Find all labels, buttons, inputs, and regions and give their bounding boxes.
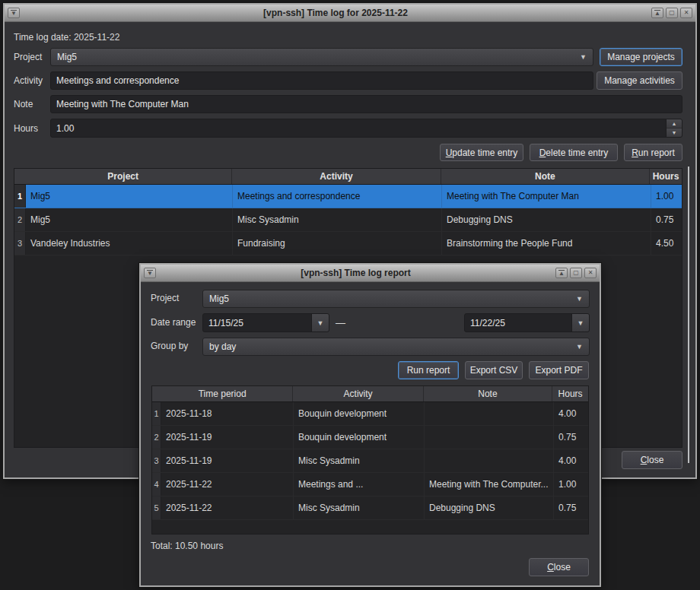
cell-time-period: 2025-11-18 — [161, 402, 294, 425]
group-by-combobox[interactable]: by day ▼ — [202, 338, 590, 356]
activity-label: Activity — [14, 75, 43, 86]
cell-note: Meeting with The Computer... — [425, 473, 554, 496]
cell-activity: Bouquin development — [294, 402, 425, 425]
shade-icon: ▲ — [558, 270, 565, 276]
row-number: 3 — [14, 232, 26, 255]
report-run-report-button[interactable]: Run report — [398, 361, 459, 379]
cell-hours: 4.50 — [651, 232, 682, 255]
close-window-button[interactable]: ✕ — [680, 8, 692, 18]
report-close-button[interactable]: Close — [529, 558, 589, 576]
activity-input[interactable]: Meetings and correspondence — [50, 71, 593, 90]
timelog-titlebar[interactable]: ▼ [vpn-ssh] Time log for 2025-11-22 ▲ ▢ … — [5, 5, 695, 22]
manage-activities-button[interactable]: Manage activities — [597, 71, 682, 90]
cell-activity: Fundraising — [233, 232, 442, 255]
export-csv-button[interactable]: Export CSV — [465, 361, 523, 379]
cell-hours: 4.00 — [554, 449, 589, 472]
table-row[interactable]: 1 Mig5 Meetings and correspondence Meeti… — [14, 185, 682, 208]
cell-note: Debugging DNS — [425, 496, 554, 519]
table-row[interactable]: 3 Vandeley Industries Fundraising Brains… — [14, 232, 682, 255]
chevron-down-icon: ▼ — [576, 343, 583, 351]
shade-button[interactable]: ▲ — [555, 268, 568, 278]
column-header-hours[interactable]: Hours — [650, 169, 682, 184]
cell-hours: 1.00 — [651, 185, 682, 208]
spin-down-icon: ▼ — [672, 130, 677, 135]
maximize-button[interactable]: ▢ — [666, 8, 678, 18]
cell-hours: 1.00 — [554, 473, 589, 496]
date-to-dropdown-button[interactable]: ▼ — [571, 314, 589, 331]
close-window-button[interactable]: ✕ — [584, 268, 597, 278]
column-header-note[interactable]: Note — [441, 169, 650, 184]
row-number: 3 — [152, 449, 161, 472]
column-header-note[interactable]: Note — [424, 386, 552, 401]
window-menu-button[interactable]: ▼ — [144, 268, 156, 278]
cell-note — [425, 426, 554, 449]
cell-hours: 4.00 — [554, 402, 589, 425]
spin-down-button[interactable]: ▼ — [667, 128, 682, 137]
chevron-down-icon: ▼ — [580, 53, 587, 61]
cell-activity: Misc Sysadmin — [294, 449, 425, 472]
table-row[interactable]: 5 2025-11-22 Misc Sysadmin Debugging DNS… — [152, 496, 588, 520]
group-by-value: by day — [209, 341, 236, 352]
note-input[interactable]: Meeting with The Computer Man — [50, 95, 682, 113]
update-time-entry-button[interactable]: Update time entry — [440, 144, 523, 161]
date-range-separator: — — [336, 317, 345, 328]
cell-time-period: 2025-11-22 — [161, 473, 294, 496]
cell-activity: Misc Sysadmin — [294, 496, 425, 519]
column-header-activity[interactable]: Activity — [232, 169, 441, 184]
export-pdf-button[interactable]: Export PDF — [529, 361, 589, 379]
window-menu-icon: ▼ — [11, 10, 17, 16]
cell-time-period: 2025-11-22 — [161, 496, 294, 519]
table-row[interactable]: 3 2025-11-19 Misc Sysadmin 4.00 — [152, 449, 588, 473]
hours-spinbox[interactable]: 1.00 ▲ ▼ — [50, 119, 682, 138]
total-hours-label: Total: 10.50 hours — [151, 541, 223, 551]
table-row[interactable]: 2 Mig5 Misc Sysadmin Debugging DNS 0.75 — [14, 208, 682, 232]
spin-up-button[interactable]: ▲ — [667, 119, 682, 128]
time-log-date-label: Time log date: 2025-11-22 — [14, 32, 119, 43]
table-header-row: Time period Activity Note Hours — [152, 386, 588, 402]
table-row[interactable]: 1 2025-11-18 Bouquin development 4.00 — [152, 402, 588, 426]
delete-time-entry-button[interactable]: Delete time entry — [530, 144, 618, 161]
date-from-dropdown-button[interactable]: ▼ — [311, 314, 329, 331]
column-header-time-period[interactable]: Time period — [152, 386, 293, 401]
date-range-label: Date range — [151, 317, 196, 328]
table-scrollbar[interactable] — [688, 167, 689, 463]
activity-input-value: Meetings and correspondence — [56, 75, 179, 86]
table-row[interactable]: 2 2025-11-19 Bouquin development 0.75 — [152, 426, 588, 449]
shade-button[interactable]: ▲ — [651, 8, 663, 18]
cell-note — [425, 402, 554, 425]
cell-time-period: 2025-11-19 — [161, 449, 294, 472]
date-from-field[interactable]: 11/15/25 ▼ — [202, 313, 329, 332]
column-header-hours[interactable]: Hours — [552, 386, 588, 401]
cell-note: Brainstorming the People Fund — [442, 232, 651, 255]
cell-hours: 0.75 — [554, 426, 589, 449]
hours-spinbox-value: 1.00 — [51, 119, 666, 137]
column-header-project[interactable]: Project — [14, 169, 232, 184]
manage-projects-button[interactable]: Manage projects — [600, 48, 682, 66]
cell-project: Mig5 — [26, 208, 233, 231]
cell-project: Mig5 — [26, 185, 233, 208]
window-menu-button[interactable]: ▼ — [8, 8, 20, 18]
close-button[interactable]: Close — [622, 451, 682, 469]
date-to-field[interactable]: 11/22/25 ▼ — [464, 313, 590, 332]
report-project-value: Mig5 — [209, 293, 229, 304]
run-report-button[interactable]: Run report — [624, 144, 682, 161]
cell-hours: 0.75 — [651, 208, 682, 231]
report-project-combobox[interactable]: Mig5 ▼ — [202, 290, 590, 308]
cell-hours: 0.75 — [554, 496, 589, 519]
cell-note: Debugging DNS — [442, 208, 651, 231]
report-project-label: Project — [151, 293, 179, 303]
maximize-button[interactable]: ▢ — [570, 268, 582, 278]
maximize-icon: ▢ — [573, 270, 579, 276]
cell-activity: Meetings and correspondence — [233, 185, 442, 208]
table-row[interactable]: 4 2025-11-22 Meetings and ... Meeting wi… — [152, 473, 588, 496]
cell-note: Meeting with The Computer Man — [442, 185, 651, 208]
column-header-activity[interactable]: Activity — [293, 386, 423, 401]
cell-time-period: 2025-11-19 — [161, 426, 294, 449]
project-combobox[interactable]: Mig5 ▼ — [50, 48, 593, 66]
cell-activity: Misc Sysadmin — [233, 208, 442, 231]
note-input-value: Meeting with The Computer Man — [56, 99, 189, 109]
cell-activity: Bouquin development — [294, 426, 425, 449]
report-titlebar[interactable]: ▼ [vpn-ssh] Time log report ▲ ▢ ✕ — [141, 265, 600, 282]
date-from-value: 11/15/25 — [203, 318, 311, 328]
note-label: Note — [14, 99, 33, 109]
